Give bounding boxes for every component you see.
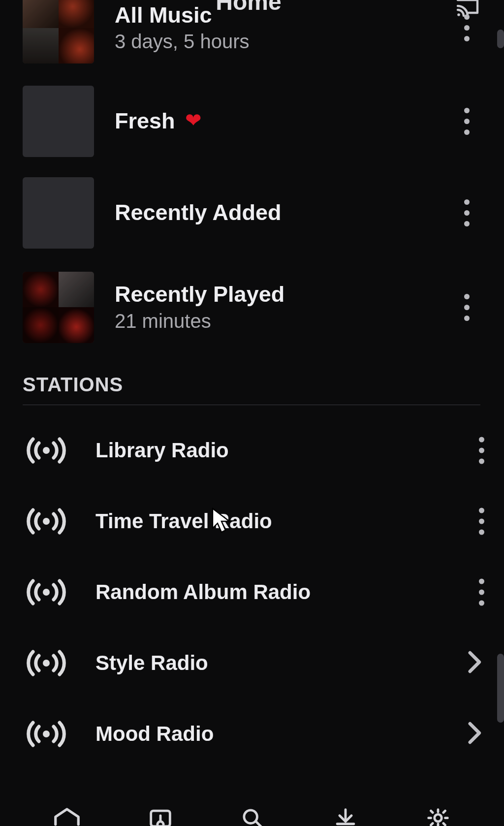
stations-list: Library Radio Time Travel Radio <box>0 405 497 763</box>
more-menu-button[interactable] <box>479 579 484 606</box>
library-item-name: Recently Added <box>115 200 281 225</box>
album-art <box>23 86 94 157</box>
nav-settings-icon[interactable] <box>424 806 452 826</box>
svg-point-3 <box>43 589 50 596</box>
station-name: Style Radio <box>81 651 208 675</box>
radio-icon <box>12 719 81 749</box>
library-list: All Music 3 days, 5 hours Fresh ❤ <box>0 20 497 344</box>
radio-icon <box>12 577 81 607</box>
library-item-all-music[interactable]: All Music 3 days, 5 hours <box>23 0 497 64</box>
station-item-mood-radio[interactable]: Mood Radio <box>0 704 497 763</box>
nav-home-icon[interactable] <box>52 806 82 826</box>
station-item-style-radio[interactable]: Style Radio <box>0 634 497 693</box>
library-item-recently-played[interactable]: Recently Played 21 minutes <box>23 270 497 344</box>
scrollbar-thumb[interactable] <box>497 654 504 723</box>
station-name: Mood Radio <box>81 722 214 746</box>
heart-icon: ❤ <box>185 109 202 131</box>
album-art <box>23 177 94 249</box>
svg-point-4 <box>43 660 50 667</box>
library-item-subtitle: 21 minutes <box>115 309 497 333</box>
library-item-name: Recently Played <box>115 282 284 307</box>
more-menu-button[interactable] <box>449 10 484 46</box>
library-item-name: Fresh <box>115 108 175 134</box>
station-item-library-radio[interactable]: Library Radio <box>0 421 497 480</box>
nav-search-icon[interactable] <box>239 806 267 826</box>
station-name: Random Album Radio <box>81 580 311 604</box>
svg-point-5 <box>43 731 50 737</box>
station-item-time-travel-radio[interactable]: Time Travel Radio <box>0 492 497 551</box>
album-art <box>23 272 94 343</box>
library-item-name: All Music <box>115 2 212 28</box>
chevron-right-icon <box>466 720 482 748</box>
scrollbar-thumb[interactable] <box>497 30 504 48</box>
section-label: STATIONS <box>23 374 497 396</box>
more-menu-button[interactable] <box>449 195 484 230</box>
album-art <box>23 0 94 64</box>
bottom-nav <box>0 792 504 826</box>
more-menu-button[interactable] <box>449 103 484 139</box>
library-item-fresh[interactable]: Fresh ❤ <box>23 84 497 158</box>
svg-point-1 <box>43 447 50 454</box>
library-item-subtitle: 3 days, 5 hours <box>115 30 497 53</box>
more-menu-button[interactable] <box>479 437 484 464</box>
library-item-recently-added[interactable]: Recently Added <box>23 176 497 250</box>
radio-icon <box>12 507 81 536</box>
stations-section-header: STATIONS <box>0 344 497 396</box>
radio-icon <box>12 648 81 678</box>
scrollbar[interactable] <box>497 30 504 792</box>
chevron-right-icon <box>466 649 482 677</box>
station-name: Library Radio <box>81 439 229 462</box>
svg-point-8 <box>435 814 442 822</box>
station-name: Time Travel Radio <box>81 509 272 533</box>
svg-point-2 <box>43 518 50 525</box>
station-item-random-album-radio[interactable]: Random Album Radio <box>0 563 497 622</box>
nav-library-icon[interactable] <box>146 806 175 826</box>
more-menu-button[interactable] <box>449 289 484 325</box>
radio-icon <box>12 436 81 465</box>
more-menu-button[interactable] <box>479 508 484 535</box>
nav-download-icon[interactable] <box>331 806 360 826</box>
